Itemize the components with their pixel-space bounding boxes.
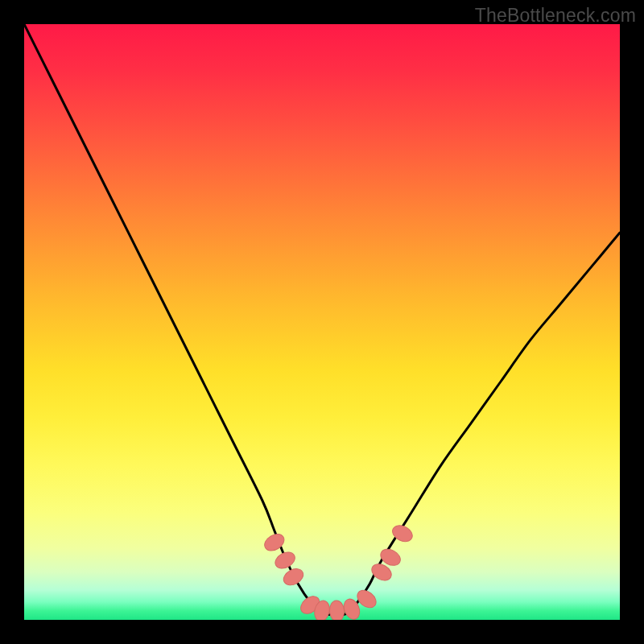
curve-marker — [329, 600, 345, 620]
curve-marker — [281, 566, 306, 588]
curve-marker — [272, 549, 297, 572]
curve-line — [24, 24, 620, 615]
chart-frame: TheBottleneck.com — [0, 0, 644, 644]
plot-area — [24, 24, 620, 620]
watermark-text: TheBottleneck.com — [475, 5, 636, 27]
bottleneck-curve — [24, 24, 620, 620]
